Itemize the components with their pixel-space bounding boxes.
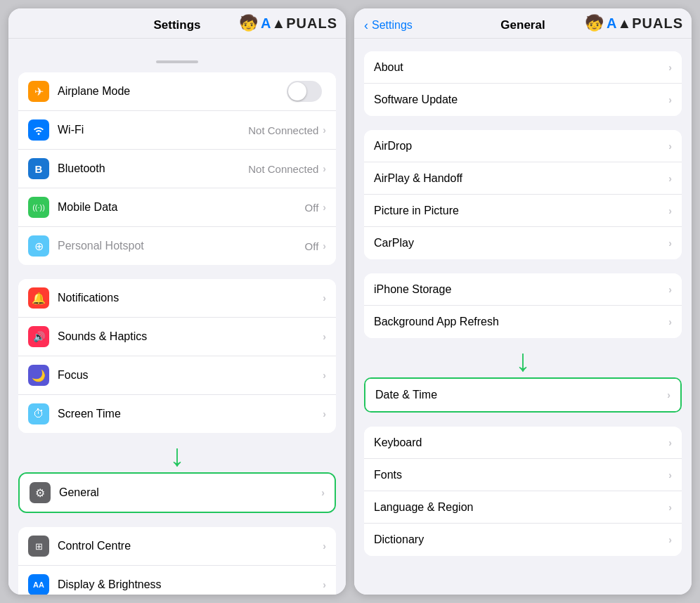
- dictionary-label: Dictionary: [374, 533, 668, 546]
- back-button[interactable]: ‹ Settings: [364, 18, 413, 33]
- general-chevron: ›: [321, 487, 325, 498]
- wifi-value: Not Connected: [248, 124, 318, 136]
- language-region-label: Language & Region: [374, 501, 668, 514]
- display-label: Display & Brightness: [58, 578, 323, 591]
- notifications-chevron: ›: [323, 292, 326, 304]
- control-centre-label: Control Centre: [58, 540, 323, 552]
- right-header: ‹ Settings General 🧒 A▲PUALS: [354, 8, 692, 39]
- fonts-chevron: ›: [668, 469, 672, 481]
- display-item[interactable]: AA Display & Brightness ›: [18, 566, 336, 595]
- datetime-item[interactable]: Date & Time ›: [365, 379, 680, 411]
- right-title: General: [500, 18, 545, 32]
- screen-time-label: Screen Time: [58, 408, 323, 420]
- dictionary-chevron: ›: [668, 534, 672, 545]
- carplay-item[interactable]: CarPlay ›: [364, 227, 682, 259]
- software-update-item[interactable]: Software Update ›: [364, 84, 682, 116]
- sharing-group: AirDrop › AirPlay & Handoff › Picture in…: [364, 130, 682, 259]
- about-group: About › Software Update ›: [364, 51, 682, 116]
- language-region-chevron: ›: [668, 502, 672, 513]
- airplay-chevron: ›: [668, 173, 672, 184]
- left-panel: Settings 🧒 A▲PUALS ✈ Airplane Mode: [8, 8, 346, 595]
- focus-item[interactable]: 🌙 Focus ›: [18, 356, 336, 395]
- right-watermark: 🧒 A▲PUALS: [585, 14, 683, 32]
- control-centre-chevron: ›: [323, 540, 326, 552]
- iphone-storage-chevron: ›: [668, 284, 672, 295]
- bluetooth-item[interactable]: B Bluetooth Not Connected ›: [18, 150, 336, 188]
- mobile-data-value: Off: [305, 202, 319, 214]
- left-header: Settings 🧒 A▲PUALS: [8, 8, 346, 39]
- keyboard-item[interactable]: Keyboard ›: [364, 427, 682, 459]
- left-content: ✈ Airplane Mode Wi-Fi Not Connected › B …: [8, 39, 346, 595]
- hotspot-label: Personal Hotspot: [58, 240, 305, 252]
- pip-chevron: ›: [668, 205, 672, 216]
- right-panel: ‹ Settings General 🧒 A▲PUALS About › Sof…: [354, 8, 692, 595]
- sounds-icon: 🔊: [28, 326, 49, 347]
- display-icon: AA: [28, 574, 49, 595]
- dictionary-item[interactable]: Dictionary ›: [364, 524, 682, 556]
- toggle-thumb: [288, 82, 306, 100]
- mobile-data-icon: ((·)): [28, 197, 49, 218]
- display-chevron: ›: [323, 579, 326, 590]
- iphone-storage-item[interactable]: iPhone Storage ›: [364, 273, 682, 306]
- bluetooth-label: Bluetooth: [58, 162, 248, 175]
- screen-time-icon: ⏱: [28, 403, 49, 424]
- storage-group: iPhone Storage › Background App Refresh …: [364, 273, 682, 338]
- scroll-indicator: [8, 51, 346, 72]
- airdrop-item[interactable]: AirDrop ›: [364, 130, 682, 162]
- general-item[interactable]: ⚙ General ›: [20, 474, 335, 512]
- back-chevron-icon: ‹: [364, 18, 368, 33]
- bg-refresh-label: Background App Refresh: [374, 316, 668, 328]
- carplay-label: CarPlay: [374, 237, 668, 249]
- mobile-data-item[interactable]: ((·)) Mobile Data Off ›: [18, 188, 336, 227]
- notifications-icon: 🔔: [28, 287, 49, 309]
- datetime-label: Date & Time: [375, 389, 667, 401]
- iphone-storage-label: iPhone Storage: [374, 283, 668, 296]
- datetime-chevron: ›: [667, 389, 670, 401]
- airplane-mode-icon: ✈: [28, 81, 49, 102]
- carplay-chevron: ›: [668, 238, 672, 249]
- airplane-mode-toggle[interactable]: [287, 81, 322, 102]
- right-content: About › Software Update › AirDrop › AirP…: [354, 39, 692, 595]
- about-chevron: ›: [668, 62, 672, 73]
- mobile-data-label: Mobile Data: [58, 201, 305, 214]
- general-highlight-box: ⚙ General ›: [18, 472, 336, 513]
- airplane-mode-item[interactable]: ✈ Airplane Mode: [18, 72, 336, 111]
- sounds-chevron: ›: [323, 331, 326, 342]
- screen-time-chevron: ›: [323, 408, 326, 420]
- keyboard-chevron: ›: [668, 437, 672, 448]
- pip-item[interactable]: Picture in Picture ›: [364, 195, 682, 227]
- hotspot-item[interactable]: ⊕ Personal Hotspot Off ›: [18, 227, 336, 265]
- airplay-label: AirPlay & Handoff: [374, 172, 668, 185]
- general-label: General: [59, 486, 321, 499]
- right-down-arrow: ↓: [515, 345, 531, 376]
- back-label: Settings: [372, 19, 413, 32]
- bg-refresh-item[interactable]: Background App Refresh ›: [364, 306, 682, 338]
- mobile-data-chevron: ›: [323, 202, 326, 213]
- fonts-label: Fonts: [374, 469, 668, 481]
- left-arrow-container: ↓: [18, 440, 336, 471]
- right-arrow-container: ↓: [354, 345, 692, 376]
- pip-label: Picture in Picture: [374, 205, 668, 217]
- software-update-label: Software Update: [374, 93, 668, 106]
- screen-time-item[interactable]: ⏱ Screen Time ›: [18, 395, 336, 433]
- language-region-item[interactable]: Language & Region ›: [364, 491, 682, 524]
- wifi-item[interactable]: Wi-Fi Not Connected ›: [18, 111, 336, 150]
- scroll-bar-indicator: [156, 60, 198, 63]
- left-down-arrow: ↓: [169, 440, 185, 471]
- keyboard-label: Keyboard: [374, 436, 668, 449]
- airdrop-label: AirDrop: [374, 140, 668, 153]
- notifications-label: Notifications: [58, 292, 323, 304]
- airplay-item[interactable]: AirPlay & Handoff ›: [364, 162, 682, 195]
- display-group: ⊞ Control Centre › AA Display & Brightne…: [18, 527, 336, 595]
- language-group: Keyboard › Fonts › Language & Region › D…: [364, 427, 682, 556]
- control-centre-item[interactable]: ⊞ Control Centre ›: [18, 527, 336, 566]
- bluetooth-value: Not Connected: [248, 163, 318, 175]
- notifications-item[interactable]: 🔔 Notifications ›: [18, 279, 336, 318]
- sounds-item[interactable]: 🔊 Sounds & Haptics ›: [18, 318, 336, 356]
- wifi-chevron: ›: [323, 124, 326, 136]
- about-item[interactable]: About ›: [364, 51, 682, 84]
- fonts-item[interactable]: Fonts ›: [364, 459, 682, 491]
- hotspot-icon: ⊕: [28, 235, 49, 257]
- left-watermark: 🧒 A▲PUALS: [239, 14, 337, 32]
- left-title: Settings: [153, 18, 200, 32]
